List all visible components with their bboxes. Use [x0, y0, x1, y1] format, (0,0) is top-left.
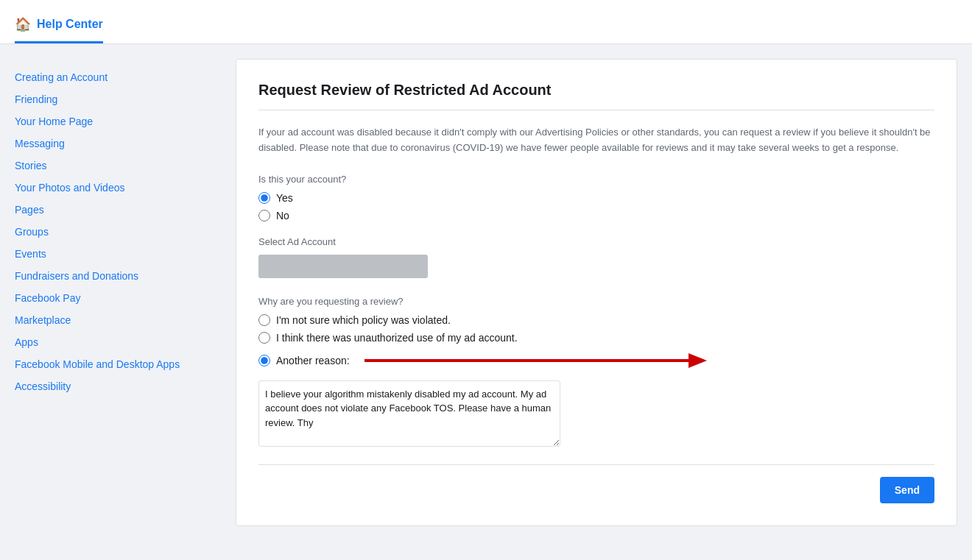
- no-option[interactable]: No: [258, 210, 934, 221]
- main-content: Request Review of Restricted Ad Account …: [236, 59, 957, 526]
- sidebar-item-creating-account[interactable]: Creating an Account: [15, 66, 221, 88]
- reason-2-label[interactable]: I think there was unauthorized use of my…: [276, 332, 518, 344]
- sidebar-item-friending[interactable]: Friending: [15, 88, 221, 110]
- home-icon: 🏠: [15, 16, 31, 32]
- sidebar-item-accessibility[interactable]: Accessibility: [15, 375, 221, 397]
- no-label[interactable]: No: [276, 210, 289, 221]
- send-button[interactable]: Send: [880, 477, 934, 503]
- form-description: If your ad account was disabled because …: [258, 125, 934, 156]
- reason-3-label[interactable]: Another reason:: [276, 355, 350, 366]
- no-radio[interactable]: [258, 210, 270, 221]
- sidebar-item-apps[interactable]: Apps: [15, 331, 221, 353]
- reason-1-option[interactable]: I'm not sure which policy was violated.: [258, 314, 934, 326]
- sidebar-item-messaging[interactable]: Messaging: [15, 132, 221, 155]
- sidebar-item-events[interactable]: Events: [15, 243, 221, 265]
- sidebar-item-facebook-pay[interactable]: Facebook Pay: [15, 287, 221, 309]
- sidebar-item-mobile-desktop[interactable]: Facebook Mobile and Desktop Apps: [15, 353, 221, 375]
- sidebar-item-groups[interactable]: Groups: [15, 221, 221, 243]
- yes-option[interactable]: Yes: [258, 192, 934, 204]
- red-arrow-icon: [357, 350, 718, 372]
- select-ad-account-label: Select Ad Account: [258, 236, 934, 247]
- reason-1-radio[interactable]: [258, 314, 270, 326]
- sidebar-item-pages[interactable]: Pages: [15, 199, 221, 221]
- sidebar-item-home-page[interactable]: Your Home Page: [15, 110, 221, 132]
- reason-2-option[interactable]: I think there was unauthorized use of my…: [258, 332, 934, 344]
- sidebar: Creating an Account Friending Your Home …: [15, 59, 221, 526]
- header: 🏠 Help Center: [0, 0, 972, 44]
- review-reason-textarea[interactable]: I believe your algorithm mistakenly disa…: [258, 380, 560, 447]
- review-reason-label: Why are you requesting a review?: [258, 296, 934, 307]
- svg-marker-1: [688, 353, 707, 368]
- reason-3-option[interactable]: Another reason:: [258, 350, 934, 372]
- yes-radio[interactable]: [258, 192, 270, 204]
- account-question-section: Is this your account? Yes No: [258, 174, 934, 221]
- account-question-label: Is this your account?: [258, 174, 934, 185]
- account-placeholder: [258, 255, 428, 278]
- sidebar-item-photos-videos[interactable]: Your Photos and Videos: [15, 177, 221, 199]
- header-tab-label: Help Center: [37, 18, 103, 31]
- sidebar-item-stories[interactable]: Stories: [15, 155, 221, 177]
- help-center-tab[interactable]: 🏠 Help Center: [15, 16, 103, 43]
- form-title: Request Review of Restricted Ad Account: [258, 82, 934, 110]
- page-layout: Creating an Account Friending Your Home …: [0, 44, 972, 541]
- sidebar-item-marketplace[interactable]: Marketplace: [15, 309, 221, 331]
- reason-1-label[interactable]: I'm not sure which policy was violated.: [276, 314, 451, 326]
- yes-label[interactable]: Yes: [276, 192, 293, 204]
- select-ad-account-section: Select Ad Account: [258, 236, 934, 278]
- reason-2-radio[interactable]: [258, 332, 270, 344]
- sidebar-item-fundraisers[interactable]: Fundraisers and Donations: [15, 265, 221, 287]
- reason-3-radio[interactable]: [258, 355, 270, 366]
- review-reason-section: Why are you requesting a review? I'm not…: [258, 296, 934, 447]
- form-footer: Send: [258, 464, 934, 503]
